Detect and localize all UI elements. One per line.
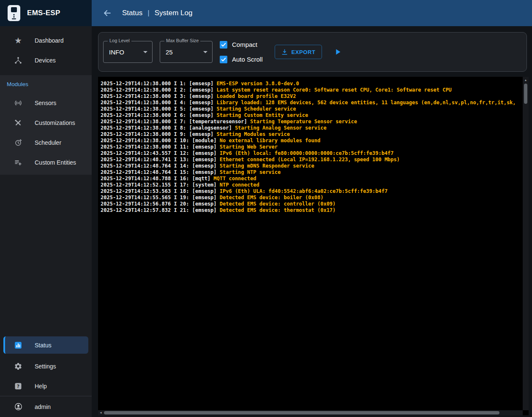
sidebar: ★ Dashboard Devices Modules bbox=[0, 26, 92, 417]
log-line: 2025-12-29T14:12:48.741 I 13: [emsesp] E… bbox=[101, 157, 522, 163]
horizontal-scrollbar-thumb[interactable] bbox=[104, 411, 499, 414]
app-logo-icon bbox=[8, 5, 20, 21]
log-line-message: Starting Web Server bbox=[220, 144, 278, 150]
topbar: Status | System Log bbox=[92, 0, 532, 26]
sidebar-item-admin[interactable]: admin bbox=[0, 396, 92, 417]
gear-icon bbox=[13, 362, 24, 371]
log-line-meta: 2025-12-29T14:12:38.000 I 4: [emsesp] bbox=[101, 100, 217, 106]
log-line: 2025-12-29T14:12:38.000 I 10: [module] N… bbox=[101, 138, 522, 144]
sidebar-item-label: Devices bbox=[35, 57, 56, 64]
devices-icon bbox=[13, 56, 24, 65]
log-line-message: Starting mDNS Responder service bbox=[220, 163, 314, 169]
log-line: 2025-12-29T14:12:38.000 I 1: [emsesp] EM… bbox=[101, 81, 522, 87]
breadcrumb-page: System Log bbox=[155, 9, 193, 17]
checkbox-checked-icon bbox=[220, 56, 227, 63]
log-line: 2025-12-29T14:12:48.788 I 16: [mqtt] MQT… bbox=[101, 176, 522, 182]
log-line-meta: 2025-12-29T14:12:38.000 I 2: [emsesp] bbox=[101, 87, 217, 93]
export-button[interactable]: EXPORT bbox=[275, 45, 322, 59]
log-line: 2025-12-29T14:12:48.764 I 14: [emsesp] S… bbox=[101, 163, 522, 169]
play-button[interactable] bbox=[333, 47, 342, 57]
vertical-scrollbar-thumb[interactable] bbox=[524, 84, 527, 104]
log-level-label: Log Level bbox=[108, 38, 131, 43]
log-line: 2025-12-29T14:12:38.000 I 2: [emsesp] La… bbox=[101, 87, 522, 93]
log-line: 2025-12-29T14:12:38.000 I 8: [analogsens… bbox=[101, 125, 522, 131]
auto-scroll-checkbox[interactable]: Auto Scroll bbox=[220, 56, 263, 63]
log-line: 2025-12-29T14:12:38.000 I 11: [emsesp] S… bbox=[101, 144, 522, 150]
log-line: 2025-12-29T14:12:48.764 I 15: [emsesp] S… bbox=[101, 169, 522, 176]
log-line-message: NTP connected bbox=[220, 182, 259, 188]
app-title: EMS-ESP bbox=[27, 9, 60, 17]
log-line-meta: 2025-12-29T14:12:48.764 I 15: [emsesp] bbox=[101, 169, 220, 175]
log-line-meta: 2025-12-29T14:12:55.565 I 19: [emsesp] bbox=[101, 195, 220, 200]
chevron-down-icon bbox=[203, 51, 207, 53]
svg-text:?: ? bbox=[17, 384, 19, 389]
modules-section-header: Modules bbox=[0, 75, 92, 93]
app-header: EMS-ESP bbox=[0, 0, 92, 26]
log-line: 2025-12-29T14:12:38.000 I 6: [emsesp] St… bbox=[101, 112, 522, 119]
scroll-up-arrow-icon[interactable]: ▲ bbox=[523, 77, 529, 83]
log-line: 2025-12-29T14:12:38.000 I 4: [emsesp] Li… bbox=[101, 100, 522, 106]
log-line-message: No external library modules found bbox=[220, 138, 320, 144]
log-line-message: Library loaded: 128 EMS devices, 562 dev… bbox=[217, 100, 516, 106]
star-icon: ★ bbox=[13, 36, 24, 45]
sidebar-item-label: Help bbox=[35, 383, 47, 390]
log-line-meta: 2025-12-29T14:12:38.000 I 7: [temperatur… bbox=[101, 119, 250, 125]
modules-section: Modules Sensors bbox=[0, 75, 92, 175]
sidebar-item-label: Status bbox=[35, 342, 52, 349]
scroll-left-arrow-icon[interactable]: ◄ bbox=[99, 411, 102, 414]
compact-checkbox[interactable]: Compact bbox=[220, 41, 263, 49]
sidebar-item-label: Dashboard bbox=[35, 37, 64, 44]
log-line: 2025-12-29T14:12:56.876 I 20: [emsesp] D… bbox=[101, 201, 522, 207]
log-line-meta: 2025-12-29T14:12:38.000 I 8: [analogsens… bbox=[101, 125, 235, 131]
sidebar-item-sensors[interactable]: Sensors bbox=[0, 93, 92, 113]
log-line-meta: 2025-12-29T14:12:48.764 I 14: [emsesp] bbox=[101, 163, 220, 169]
sidebar-item-dashboard[interactable]: ★ Dashboard bbox=[0, 30, 92, 50]
sidebar-item-devices[interactable]: Devices bbox=[0, 50, 92, 70]
sidebar-item-label: Scheduler bbox=[35, 139, 61, 146]
breadcrumb-separator: | bbox=[147, 9, 149, 17]
breadcrumb-section[interactable]: Status bbox=[122, 9, 142, 17]
log-line: 2025-12-29T14:12:52.155 I 17: [system] N… bbox=[101, 182, 522, 188]
sidebar-item-label: Customizations bbox=[35, 119, 75, 126]
play-icon bbox=[333, 47, 342, 57]
log-line-meta: 2025-12-29T14:12:38.000 I 5: [emsesp] bbox=[101, 106, 217, 112]
log-line-message: Starting NTP service bbox=[220, 169, 281, 175]
max-buffer-size-select[interactable]: Max Buffer Size 25 bbox=[160, 41, 213, 63]
log-line-message: Detected EMS device: thermostat (0x17) bbox=[220, 207, 336, 213]
sidebar-item-status[interactable]: Status bbox=[3, 336, 88, 354]
sensors-icon bbox=[13, 99, 24, 107]
log-line-meta: 2025-12-29T14:12:57.832 I 21: [emsesp] bbox=[101, 207, 220, 213]
vertical-scrollbar[interactable]: ▲ bbox=[523, 77, 529, 410]
log-line-message: EMS-ESP version 3.8.0-dev.0 bbox=[217, 81, 299, 87]
log-line-meta: 2025-12-29T14:12:48.788 I 16: [mqtt] bbox=[101, 176, 213, 181]
log-line-message: Starting Scheduler service bbox=[217, 106, 296, 112]
log-line-meta: 2025-12-29T14:12:43.557 I 12: [emsesp] bbox=[101, 150, 220, 156]
log-level-value: INFO bbox=[109, 49, 124, 56]
log-line: 2025-12-29T14:12:57.832 I 21: [emsesp] D… bbox=[101, 207, 522, 214]
log-console: 2025-12-29T14:12:38.000 I 1: [emsesp] EM… bbox=[98, 77, 529, 415]
sidebar-item-customizations[interactable]: Customizations bbox=[0, 113, 92, 133]
scheduler-icon bbox=[13, 138, 24, 147]
back-arrow-icon[interactable] bbox=[103, 8, 112, 18]
log-line-meta: 2025-12-29T14:12:38.000 I 9: [emsesp] bbox=[101, 131, 217, 137]
sidebar-item-scheduler[interactable]: Scheduler bbox=[0, 133, 92, 152]
log-line: 2025-12-29T14:12:43.557 I 12: [emsesp] I… bbox=[101, 150, 522, 157]
log-line-message: Starting Modules service bbox=[217, 131, 290, 137]
log-line-message: Starting Analog Sensor service bbox=[235, 125, 327, 131]
log-level-select[interactable]: Log Level INFO bbox=[103, 41, 153, 63]
sidebar-item-label: Sensors bbox=[35, 100, 56, 106]
log-line: 2025-12-29T14:12:53.563 I 18: [emsesp] I… bbox=[101, 188, 522, 195]
sidebar-item-settings[interactable]: Settings bbox=[0, 356, 92, 376]
sidebar-item-help[interactable]: ? Help bbox=[0, 376, 92, 396]
account-icon bbox=[13, 402, 24, 411]
log-line-message: MQTT connected bbox=[213, 176, 256, 181]
horizontal-scrollbar[interactable]: ◄ bbox=[98, 410, 523, 415]
log-line-message: Detected EMS device: boiler (0x08) bbox=[220, 195, 324, 200]
chevron-down-icon bbox=[143, 51, 147, 53]
status-icon bbox=[13, 341, 24, 349]
log-line: 2025-12-29T14:12:55.565 I 19: [emsesp] D… bbox=[101, 195, 522, 201]
sidebar-item-custom-entities[interactable]: Custom Entities bbox=[0, 152, 92, 172]
sidebar-item-label: Custom Entities bbox=[35, 159, 76, 166]
sidebar-item-label: Settings bbox=[35, 363, 56, 370]
log-line-message: Starting Custom Entity service bbox=[217, 112, 308, 118]
